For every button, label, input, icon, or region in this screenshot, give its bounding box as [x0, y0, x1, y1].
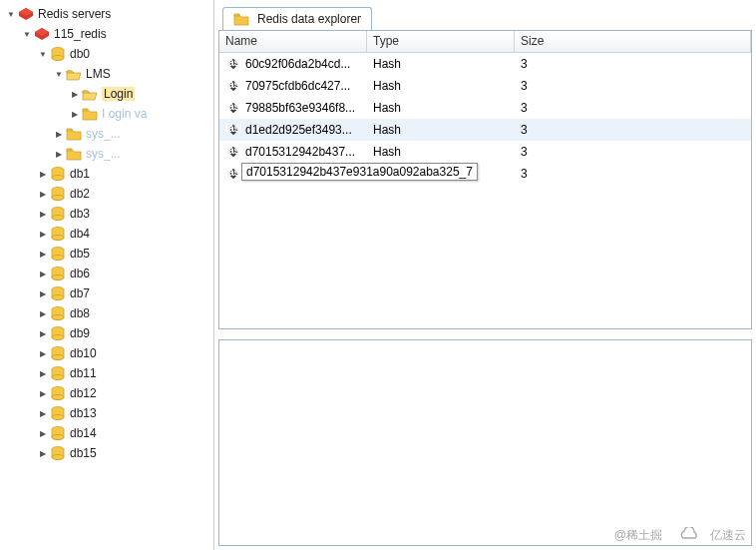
- tree-db[interactable]: db1: [0, 164, 213, 184]
- column-header-name[interactable]: Name: [219, 31, 367, 52]
- database-icon: [50, 166, 66, 182]
- folder-icon: [66, 146, 82, 162]
- expand-arrow-icon[interactable]: [36, 426, 50, 440]
- tree-label: db13: [70, 406, 97, 420]
- watermark-text: @稀土掘: [614, 527, 662, 544]
- expand-arrow-icon[interactable]: [36, 167, 50, 181]
- database-icon: [50, 305, 66, 321]
- hash-icon: [225, 166, 241, 182]
- expand-arrow-icon[interactable]: [20, 27, 34, 41]
- tree-label: db0: [70, 47, 90, 61]
- tree-db[interactable]: db8: [0, 303, 213, 323]
- hash-icon: [225, 56, 241, 72]
- table-row[interactable]: 70975cfdb6dc427...Hash3: [219, 75, 751, 97]
- cell-size: 3: [515, 121, 751, 139]
- tree-db[interactable]: db9: [0, 323, 213, 343]
- expand-arrow-icon[interactable]: [4, 7, 18, 21]
- tree-folder-login[interactable]: Login: [0, 84, 213, 104]
- database-icon: [50, 246, 66, 262]
- folder-icon: [233, 11, 249, 27]
- key-name: 79885bf63e9346f8...: [245, 101, 355, 115]
- tree-db[interactable]: db7: [0, 283, 213, 303]
- expand-arrow-icon[interactable]: [52, 67, 66, 81]
- tree-db[interactable]: db13: [0, 403, 213, 423]
- tree-folder[interactable]: sys_...: [0, 144, 213, 164]
- tab-data-explorer[interactable]: Redis data explorer: [222, 7, 372, 30]
- folder-open-icon: [66, 66, 82, 82]
- tree-server[interactable]: 115_redis: [0, 24, 213, 44]
- column-header-type[interactable]: Type: [367, 31, 515, 52]
- tree-db[interactable]: db6: [0, 264, 213, 283]
- cell-name: 60c92f06da2b4cd...: [219, 54, 367, 74]
- table-row[interactable]: d1ed2d925ef3493...Hash3: [219, 119, 751, 141]
- expand-arrow-icon[interactable]: [36, 207, 50, 221]
- cell-name: d1ed2d925ef3493...: [219, 120, 367, 140]
- database-icon: [50, 266, 66, 281]
- tree-folder[interactable]: I ogin va: [0, 104, 213, 124]
- expand-arrow-icon[interactable]: [36, 227, 50, 241]
- database-icon: [50, 365, 66, 381]
- tree-label: db4: [70, 227, 90, 241]
- tree-db[interactable]: db2: [0, 184, 213, 204]
- table-row[interactable]: 60c92f06da2b4cd...Hash3: [219, 53, 751, 75]
- database-icon: [50, 46, 66, 62]
- hash-icon: [225, 78, 241, 94]
- expand-arrow-icon[interactable]: [36, 326, 50, 340]
- tree-db[interactable]: db4: [0, 224, 213, 244]
- tree-label: Login: [102, 87, 135, 101]
- expand-arrow-icon[interactable]: [36, 346, 50, 360]
- expand-arrow-icon[interactable]: [36, 446, 50, 460]
- expand-arrow-icon[interactable]: [68, 107, 82, 121]
- expand-arrow-icon[interactable]: [36, 267, 50, 280]
- tree-label: db9: [70, 326, 90, 340]
- data-table: Name Type Size 60c92f06da2b4cd...Hash370…: [218, 30, 752, 329]
- redis-icon: [34, 26, 50, 42]
- expand-arrow-icon[interactable]: [36, 406, 50, 420]
- database-icon: [50, 206, 66, 222]
- tree-db0[interactable]: db0: [0, 44, 213, 64]
- tree-folder-lms[interactable]: LMS: [0, 64, 213, 84]
- database-icon: [50, 226, 66, 242]
- tree-label: LMS: [86, 67, 111, 81]
- database-icon: [50, 405, 66, 421]
- table-row[interactable]: 79885bf63e9346f8...Hash3: [219, 97, 751, 119]
- tree-label: db6: [70, 267, 90, 280]
- tree-label: db8: [70, 306, 90, 320]
- expand-arrow-icon[interactable]: [52, 147, 66, 161]
- expand-arrow-icon[interactable]: [36, 47, 50, 61]
- cell-name: 70975cfdb6dc427...: [219, 76, 367, 96]
- expand-arrow-icon[interactable]: [68, 87, 82, 101]
- expand-arrow-icon[interactable]: [36, 366, 50, 380]
- column-header-size[interactable]: Size: [515, 31, 751, 52]
- tree-label: Redis servers: [38, 7, 111, 21]
- expand-arrow-icon[interactable]: [36, 286, 50, 300]
- cell-type: Hash: [367, 143, 515, 161]
- expand-arrow-icon[interactable]: [36, 247, 50, 261]
- tree-db[interactable]: db12: [0, 383, 213, 403]
- tree-root[interactable]: Redis servers: [0, 4, 213, 24]
- right-panel: Redis data explorer Name Type Size 60c92…: [214, 0, 756, 550]
- expand-arrow-icon[interactable]: [52, 127, 66, 141]
- tooltip: d7015312942b437e931a90a092aba325_7: [241, 163, 478, 181]
- tree-db[interactable]: db14: [0, 423, 213, 443]
- table-row[interactable]: d7015312942b437...Hash3: [219, 141, 751, 163]
- folder-icon: [66, 126, 82, 142]
- tree-label: sys_...: [86, 127, 121, 141]
- expand-arrow-icon[interactable]: [36, 187, 50, 201]
- tree-folder[interactable]: sys_...: [0, 124, 213, 144]
- tree-db[interactable]: db3: [0, 204, 213, 224]
- cell-size: 3: [515, 165, 751, 183]
- cell-type: Hash: [367, 99, 515, 117]
- tree-db[interactable]: db15: [0, 443, 213, 463]
- database-icon: [50, 186, 66, 202]
- expand-arrow-icon[interactable]: [36, 306, 50, 320]
- watermark: @稀土掘 亿速云: [614, 527, 746, 544]
- tree-db[interactable]: db11: [0, 363, 213, 383]
- tree-db[interactable]: db10: [0, 343, 213, 363]
- tree-label: db3: [70, 207, 90, 221]
- tree-db[interactable]: db5: [0, 244, 213, 264]
- cell-type: Hash: [367, 77, 515, 95]
- expand-arrow-icon[interactable]: [36, 386, 50, 400]
- cell-size: 3: [515, 77, 751, 95]
- tree-label: db12: [70, 386, 97, 400]
